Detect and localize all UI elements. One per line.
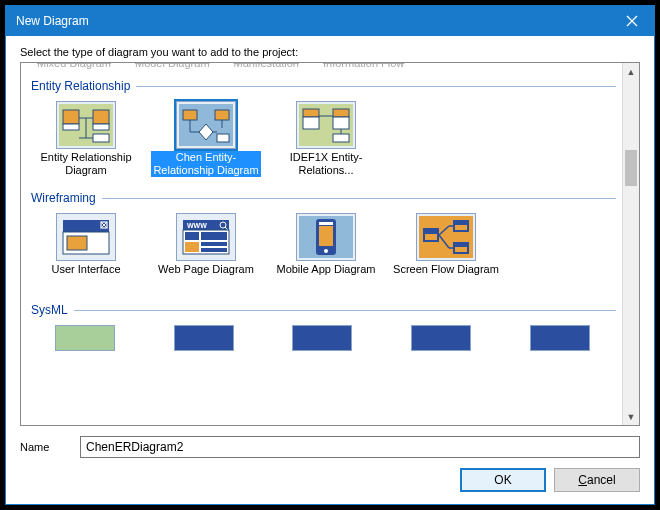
svg-rect-5: [93, 134, 109, 142]
chen-er-icon: [176, 101, 236, 149]
svg-rect-11: [303, 109, 319, 117]
item-chen-er-diagram[interactable]: Chen Entity-Relationship Diagram: [149, 99, 263, 179]
section-items-sysml-partial: [29, 319, 616, 357]
sysml-icon: [530, 325, 590, 351]
item-label: Entity Relationship Diagram: [31, 151, 141, 177]
svg-rect-15: [333, 134, 349, 142]
ok-button[interactable]: OK: [460, 468, 546, 492]
svg-text:WWW: WWW: [187, 222, 207, 229]
section-items-er: Entity Relationship Diagram: [29, 95, 616, 181]
screen-flow-icon: [416, 213, 476, 261]
item-label: Screen Flow Diagram: [393, 263, 499, 289]
name-row: Name: [20, 436, 640, 458]
svg-rect-40: [455, 247, 467, 252]
item-sysml-2[interactable]: [148, 323, 261, 355]
item-idef1x[interactable]: IDEF1X Entity-Relations...: [269, 99, 383, 179]
item-sysml-3[interactable]: [266, 323, 379, 355]
section-header-sysml: SysML: [31, 303, 616, 317]
svg-rect-24: [185, 232, 199, 240]
svg-rect-9: [217, 134, 229, 142]
sysml-icon: [411, 325, 471, 351]
item-label: Web Page Diagram: [158, 263, 254, 289]
item-sysml-4[interactable]: [385, 323, 498, 355]
scroll-down-arrow[interactable]: ▼: [623, 408, 639, 425]
partial-row-above: Mixed Diagram Model Diagram Manifestatio…: [29, 63, 616, 69]
dialog-body: Select the type of diagram you want to a…: [6, 36, 654, 504]
web-page-icon: WWW: [176, 213, 236, 261]
section-header-wireframing: Wireframing: [31, 191, 616, 205]
item-label: Mobile App Diagram: [276, 263, 375, 289]
titlebar: New Diagram: [6, 6, 654, 36]
name-input[interactable]: [80, 436, 640, 458]
item-label: IDEF1X Entity-Relations...: [271, 151, 381, 177]
sysml-icon: [292, 325, 352, 351]
svg-rect-1: [63, 110, 79, 124]
close-button[interactable]: [609, 6, 654, 36]
svg-rect-12: [303, 117, 319, 129]
svg-point-33: [324, 249, 328, 253]
user-interface-icon: [56, 213, 116, 261]
item-user-interface[interactable]: User Interface: [29, 211, 143, 291]
window-title: New Diagram: [16, 14, 609, 28]
dialog-window: New Diagram Select the type of diagram y…: [5, 5, 655, 505]
sysml-icon: [174, 325, 234, 351]
svg-rect-3: [93, 110, 109, 124]
sysml-icon: [55, 325, 115, 351]
scroll-up-arrow[interactable]: ▲: [623, 63, 639, 80]
svg-rect-27: [201, 242, 227, 246]
svg-rect-28: [201, 248, 227, 252]
instruction-text: Select the type of diagram you want to a…: [20, 46, 640, 58]
section-header-entity-relationship: Entity Relationship: [31, 79, 616, 93]
er-diagram-icon: [56, 101, 116, 149]
item-entity-relationship-diagram[interactable]: Entity Relationship Diagram: [29, 99, 143, 179]
svg-rect-31: [319, 226, 333, 246]
dialog-buttons: OK Cancel: [20, 468, 640, 492]
svg-rect-7: [183, 110, 197, 120]
svg-rect-32: [319, 222, 333, 225]
scroll-track[interactable]: [623, 80, 639, 408]
item-label: User Interface: [51, 263, 120, 289]
name-label: Name: [20, 441, 70, 453]
idef1x-icon: [296, 101, 356, 149]
item-mobile-app-diagram[interactable]: Mobile App Diagram: [269, 211, 383, 291]
svg-rect-25: [201, 232, 227, 240]
svg-rect-36: [425, 234, 437, 240]
svg-rect-19: [67, 236, 87, 250]
svg-rect-26: [185, 242, 199, 252]
cancel-button[interactable]: Cancel: [554, 468, 640, 492]
svg-rect-13: [333, 109, 349, 117]
item-screen-flow-diagram[interactable]: Screen Flow Diagram: [389, 211, 503, 291]
svg-rect-2: [63, 124, 79, 130]
svg-rect-4: [93, 124, 109, 130]
item-web-page-diagram[interactable]: WWW Web Page Diagram: [149, 211, 263, 291]
svg-rect-14: [333, 117, 349, 129]
list-scroll-area[interactable]: Mixed Diagram Model Diagram Manifestatio…: [21, 63, 622, 425]
item-sysml-1[interactable]: [29, 323, 142, 355]
mobile-app-icon: [296, 213, 356, 261]
item-sysml-5[interactable]: [503, 323, 616, 355]
vertical-scrollbar[interactable]: ▲ ▼: [622, 63, 639, 425]
section-items-wf: User Interface WWW: [29, 207, 616, 293]
scroll-thumb[interactable]: [625, 150, 637, 186]
diagram-type-list: Mixed Diagram Model Diagram Manifestatio…: [20, 62, 640, 426]
svg-rect-38: [455, 225, 467, 230]
svg-rect-8: [215, 110, 229, 120]
item-label: Chen Entity-Relationship Diagram: [151, 151, 261, 177]
